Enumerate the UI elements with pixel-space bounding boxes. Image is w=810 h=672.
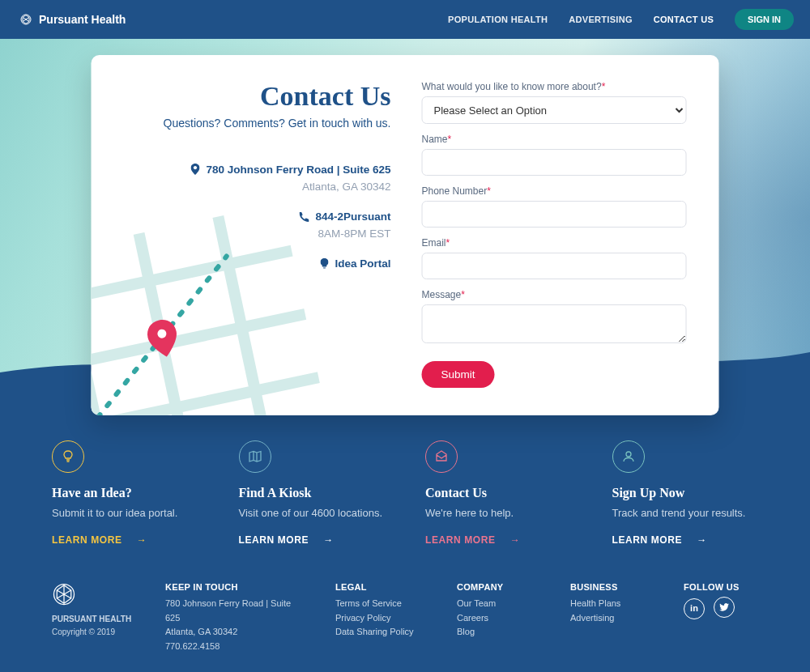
brand-name: Pursuant Health <box>39 13 126 26</box>
footer-links: PURSUANT HEALTH Copyright © 2019 KEEP IN… <box>52 582 758 653</box>
footer-logo-icon <box>52 582 76 606</box>
user-icon <box>612 440 645 473</box>
learn-more-3[interactable]: LEARN MORE → <box>612 534 707 546</box>
feature-title-0: Have an Idea? <box>52 486 198 500</box>
email-input[interactable] <box>422 253 687 279</box>
advertising-link[interactable]: Advertising <box>570 611 651 626</box>
map-icon <box>239 440 271 473</box>
footer-address-1: 780 Johnson Ferry Road | Suite 625 <box>165 597 303 625</box>
careers-link[interactable]: Careers <box>457 611 538 626</box>
feature-desc-2: We're here to help. <box>425 507 572 519</box>
nav-population-health[interactable]: POPULATION HEALTH <box>448 15 548 24</box>
envelope-icon <box>425 440 458 473</box>
footer-address-2: Atlanta, GA 30342 <box>165 625 303 640</box>
feature-title-3: Sign Up Now <box>612 486 759 500</box>
feature-title-2: Contact Us <box>425 486 572 500</box>
feature-desc-3: Track and trend your results. <box>612 507 759 519</box>
contact-hours: 8AM-8PM EST <box>124 226 391 243</box>
top-nav: POPULATION HEALTH ADVERTISING CONTACT US… <box>448 9 794 30</box>
twitter-icon[interactable] <box>714 597 735 618</box>
idea-portal-link[interactable]: Idea Portal <box>321 257 391 270</box>
svg-point-9 <box>626 452 631 457</box>
email-label: Email* <box>422 237 687 249</box>
name-input[interactable] <box>422 149 687 176</box>
message-input[interactable] <box>422 304 687 343</box>
page-title: Contact Us <box>124 81 391 112</box>
contact-info: Contact Us Questions? Comments? Get in t… <box>124 81 399 388</box>
page-subtitle: Questions? Comments? Get in touch with u… <box>124 117 391 130</box>
learn-more-2[interactable]: LEARN MORE → <box>425 534 520 546</box>
follow-title: FOLLOW US <box>684 582 758 592</box>
our-team-link[interactable]: Our Team <box>457 597 538 611</box>
data-sharing-link[interactable]: Data Sharing Policy <box>335 625 424 640</box>
footer-brand: PURSUANT HEALTH <box>52 613 133 626</box>
topic-label: What would you like to know more about?* <box>422 81 687 92</box>
feature-desc-1: Visit one of our 4600 locations. <box>239 507 386 519</box>
pin-icon <box>191 164 200 175</box>
arrow-icon: → <box>137 534 147 546</box>
idea-icon <box>52 440 84 473</box>
arrow-icon: → <box>510 534 521 546</box>
phone-input[interactable] <box>422 201 687 228</box>
hero: Contact Us Questions? Comments? Get in t… <box>0 39 810 395</box>
keep-in-touch-title: KEEP IN TOUCH <box>165 582 303 592</box>
phone-icon <box>300 212 309 222</box>
message-label: Message* <box>422 289 687 300</box>
sign-in-button[interactable]: SIGN IN <box>735 9 794 30</box>
submit-button[interactable]: Submit <box>422 361 495 388</box>
learn-more-0[interactable]: LEARN MORE → <box>52 534 147 546</box>
feature-desc-0: Submit it to our idea portal. <box>52 507 198 519</box>
header: Pursuant Health POPULATION HEALTH ADVERT… <box>0 0 810 39</box>
arrow-icon: → <box>697 534 707 546</box>
legal-title: LEGAL <box>335 582 424 592</box>
nav-advertising[interactable]: ADVERTISING <box>569 15 632 24</box>
bulb-icon <box>321 258 329 269</box>
privacy-link[interactable]: Privacy Policy <box>335 611 424 626</box>
arrow-icon: → <box>323 534 334 546</box>
terms-link[interactable]: Terms of Service <box>335 597 424 611</box>
feature-row: Have an Idea? Submit it to our idea port… <box>52 440 758 547</box>
logo-icon <box>19 13 32 26</box>
address-line1: 780 Johnson Ferry Road | Suite 625 <box>206 164 390 176</box>
contact-form: What would you like to know more about?*… <box>399 81 687 388</box>
name-label: Name* <box>422 134 687 145</box>
company-title: COMPANY <box>457 582 538 592</box>
copyright: Copyright © 2019 <box>52 626 133 639</box>
contact-card: Contact Us Questions? Comments? Get in t… <box>92 55 719 415</box>
health-plans-link[interactable]: Health Plans <box>570 597 651 611</box>
brand-logo[interactable]: Pursuant Health <box>19 13 126 26</box>
business-title: BUSINESS <box>570 582 651 592</box>
blog-link[interactable]: Blog <box>457 625 538 640</box>
learn-more-1[interactable]: LEARN MORE → <box>239 534 334 546</box>
topic-select[interactable]: Please Select an Option <box>422 96 687 124</box>
feature-title-1: Find A Kiosk <box>239 486 386 500</box>
footer-phone: 770.622.4158 <box>165 640 303 654</box>
phone-label: Phone Number* <box>422 185 687 197</box>
nav-contact[interactable]: CONTACT US <box>654 15 714 24</box>
svg-line-4 <box>92 235 117 415</box>
address-line2: Atlanta, GA 30342 <box>124 179 391 196</box>
linkedin-icon[interactable]: in <box>684 598 705 619</box>
contact-phone: 844-2Pursuant <box>315 211 390 223</box>
footer: Have an Idea? Submit it to our idea port… <box>0 395 810 672</box>
